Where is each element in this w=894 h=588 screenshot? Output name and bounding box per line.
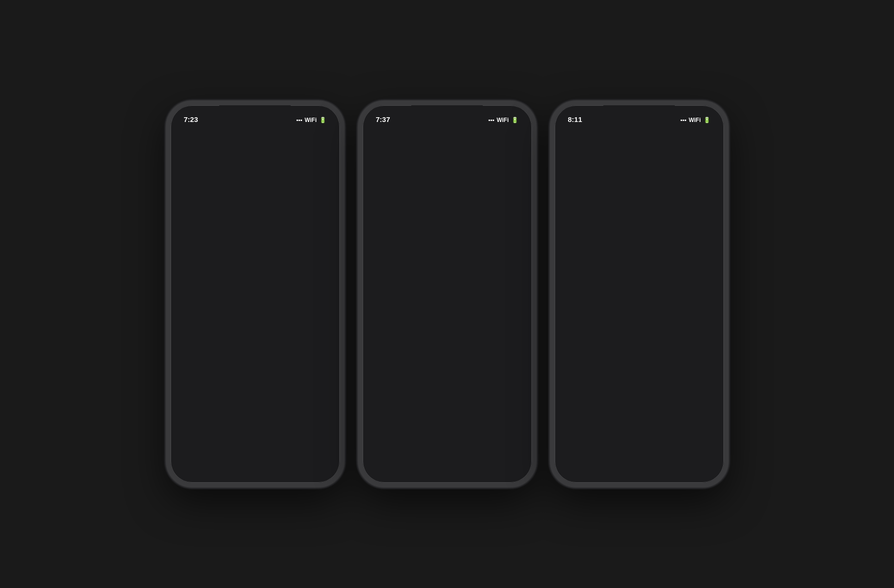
p3-phone-icon[interactable]: 📞 bbox=[678, 443, 707, 472]
p3-messages-icon[interactable] bbox=[571, 443, 600, 472]
p3-home-icon[interactable]: 🏠 bbox=[685, 324, 713, 352]
clock-icon[interactable] bbox=[181, 333, 209, 362]
messages-icon[interactable] bbox=[187, 443, 216, 472]
p3-app-translate[interactable]: A文 Translate bbox=[657, 170, 685, 205]
dock-messages[interactable] bbox=[187, 443, 216, 472]
p2-mail-icon[interactable] bbox=[415, 443, 444, 472]
p2-app-youtube[interactable]: YouTube bbox=[411, 216, 443, 252]
safari-icon[interactable] bbox=[258, 443, 287, 472]
dock-mail[interactable] bbox=[223, 443, 252, 472]
p2-slack-icon[interactable]: # bbox=[373, 257, 401, 286]
app-reminders[interactable]: Reminders bbox=[299, 250, 331, 286]
p3-app-notes[interactable]: Notes bbox=[563, 365, 596, 401]
p3-clock-icon[interactable] bbox=[645, 365, 673, 394]
batteries-widget-wrap[interactable]: 📱 🖱️ bbox=[563, 130, 651, 213]
maps-icon[interactable]: 🗺 bbox=[181, 209, 209, 237]
app-translate[interactable]: A文 Translate bbox=[179, 250, 212, 286]
translate-icon[interactable]: A文 bbox=[181, 250, 209, 279]
p3-dock-mail[interactable] bbox=[607, 443, 636, 472]
music-thumb-3[interactable]: ESSENTIALS bbox=[449, 166, 480, 195]
phone-icon[interactable]: 📞 bbox=[294, 443, 323, 472]
p3-app-clock[interactable]: Clock bbox=[643, 365, 675, 401]
p2-app-maps[interactable]: 🗺 Maps bbox=[371, 216, 404, 252]
calendar-icon[interactable]: MON 22 bbox=[221, 333, 249, 362]
home-icon[interactable]: 🏠 bbox=[221, 292, 249, 320]
p3-app-settings[interactable]: ⚙️ Settings bbox=[689, 170, 718, 205]
camera-icon[interactable]: 📷 bbox=[301, 209, 329, 237]
p3-photos-icon[interactable] bbox=[645, 324, 673, 352]
p2-reminders-icon[interactable] bbox=[493, 315, 521, 344]
p2-phone-icon[interactable]: 📞 bbox=[486, 443, 515, 472]
p3-app-youtube[interactable]: YouTube bbox=[689, 130, 718, 166]
p3-app-maps[interactable]: 🗺 Maps bbox=[657, 130, 685, 166]
p2-calendar-icon[interactable]: MON 22 bbox=[493, 375, 521, 404]
reminders-icon[interactable] bbox=[301, 250, 329, 279]
p2-app-notes[interactable]: Notes bbox=[451, 315, 483, 351]
app-maps[interactable]: 🗺 Maps bbox=[179, 209, 212, 244]
p2-app-camera[interactable]: 📷 Camera bbox=[411, 257, 443, 293]
podcasts-widget[interactable]: 1H 47M LEFT Ali Abdaal 🎙 Podcasts bbox=[371, 299, 444, 369]
app-youtube[interactable]: YouTube bbox=[219, 209, 251, 244]
app-settings[interactable]: ⚙️ Settings bbox=[219, 250, 251, 286]
p2-app-clock[interactable]: Clock bbox=[451, 375, 483, 411]
p3-app-reminders[interactable]: Reminders bbox=[603, 365, 635, 401]
p2-app-calendar[interactable]: MON 22 Calendar bbox=[491, 375, 523, 411]
p2-settings-icon[interactable]: ⚙️ bbox=[493, 216, 521, 244]
p3-app-photos[interactable]: Photos bbox=[643, 324, 675, 359]
p2-camera-icon[interactable]: 📷 bbox=[413, 257, 441, 286]
p3-maps-icon[interactable]: 🗺 bbox=[657, 130, 685, 159]
p3-app-slack[interactable]: # Slack bbox=[563, 324, 596, 359]
mail-icon[interactable] bbox=[223, 443, 252, 472]
notes-icon[interactable] bbox=[261, 250, 289, 279]
dock-phone[interactable]: 📞 bbox=[294, 443, 323, 472]
batteries-widget[interactable]: 📱 🖱️ bbox=[572, 134, 642, 203]
p3-dock-phone[interactable]: 📞 bbox=[678, 443, 707, 472]
p3-dock-messages[interactable] bbox=[571, 443, 600, 472]
p2-youtube-icon[interactable] bbox=[413, 216, 441, 244]
p2-safari-icon[interactable] bbox=[450, 443, 479, 472]
p3-app-home[interactable]: 🏠 Home bbox=[683, 324, 715, 359]
photos-icon[interactable] bbox=[181, 292, 209, 320]
music-thumb-2[interactable]: AMYSHARK bbox=[414, 166, 445, 195]
app-camera[interactable]: 📷 Camera bbox=[299, 209, 331, 244]
p2-notes-icon[interactable] bbox=[453, 315, 481, 344]
p3-camera-icon[interactable]: 📷 bbox=[605, 324, 633, 352]
app-home[interactable]: 🏠 Home bbox=[219, 292, 251, 327]
app-calendar-1[interactable]: MON 22 Calendar bbox=[219, 333, 251, 369]
p2-maps-icon[interactable]: 🗺 bbox=[373, 216, 401, 244]
p2-home-icon[interactable]: 🏠 bbox=[493, 257, 521, 286]
p2-dock-safari[interactable] bbox=[450, 443, 479, 472]
p3-app-calendar[interactable]: MON 22 Calendar bbox=[683, 365, 715, 401]
app-slack[interactable]: # Slack bbox=[259, 209, 291, 244]
p3-mail-icon[interactable] bbox=[607, 443, 636, 472]
music-thumb-1[interactable] bbox=[379, 166, 410, 195]
app-photos[interactable]: Photos bbox=[179, 292, 212, 327]
music-small-widget[interactable]: 🎵 The New Abnormal The Strokes ♪ bbox=[259, 292, 331, 327]
p2-app-settings[interactable]: ⚙️ Settings bbox=[491, 216, 523, 252]
settings-icon[interactable]: ⚙️ bbox=[221, 250, 249, 279]
p3-slack-icon[interactable]: # bbox=[565, 324, 593, 352]
app-notes[interactable]: Notes bbox=[259, 250, 291, 286]
p2-clock-icon[interactable] bbox=[453, 375, 481, 404]
p2-app-slack[interactable]: # Slack bbox=[371, 257, 404, 293]
calendar-widget[interactable]: WWDC No more events today JUNE S M T W T… bbox=[563, 217, 715, 309]
p3-reminders-icon[interactable] bbox=[605, 365, 633, 394]
p2-app-home[interactable]: 🏠 Home bbox=[491, 257, 523, 293]
music-thumb-4[interactable] bbox=[484, 166, 516, 195]
p2-app-reminders[interactable]: Reminders bbox=[491, 315, 523, 351]
p2-dock-messages[interactable] bbox=[379, 443, 408, 472]
youtube-icon[interactable] bbox=[221, 209, 249, 237]
dock-safari[interactable] bbox=[258, 443, 287, 472]
p3-calendar-wrap[interactable]: WWDC No more events today JUNE S M T W T… bbox=[555, 217, 724, 320]
p3-calendar-icon[interactable]: MON 22 bbox=[685, 365, 713, 394]
app-clock-1[interactable]: Clock bbox=[179, 333, 212, 369]
p2-app-translate[interactable]: A文 Translate bbox=[451, 216, 483, 252]
p2-dock-phone[interactable]: 📞 bbox=[486, 443, 515, 472]
p2-dock-mail[interactable] bbox=[415, 443, 444, 472]
p2-photos-icon[interactable] bbox=[453, 257, 481, 286]
p3-app-camera[interactable]: 📷 Camera bbox=[603, 324, 635, 359]
p3-notes-icon[interactable] bbox=[565, 365, 593, 394]
p2-translate-icon[interactable]: A文 bbox=[453, 216, 481, 244]
p3-dock-safari[interactable] bbox=[642, 443, 671, 472]
slack-icon[interactable]: # bbox=[261, 209, 289, 237]
